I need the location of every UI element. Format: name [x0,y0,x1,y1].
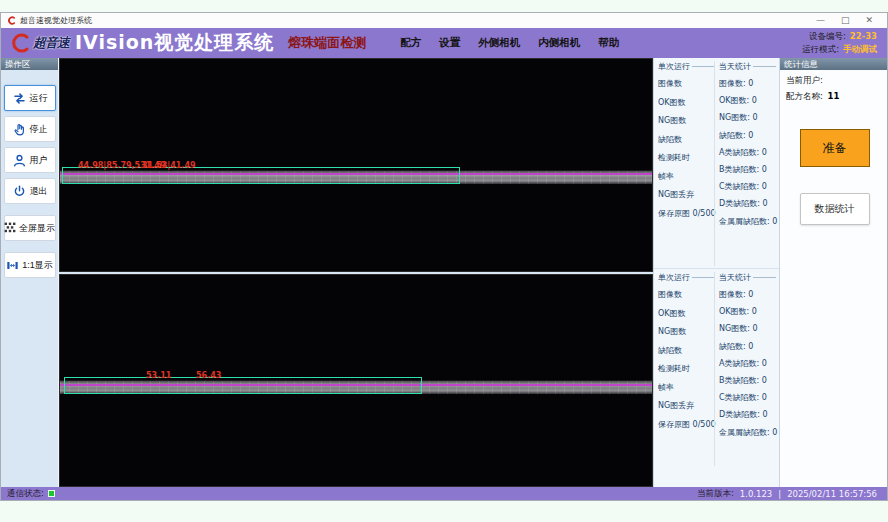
single-run-group: 单次运行 图像数 OK图数 NG图数 缺陷数 检测耗时 帧率 NG图丢弃 保存原… [658,272,714,466]
run-button-label: 运行 [30,92,48,105]
stat-row: 保存原图 0/500 [658,208,714,219]
run-cycle-icon [12,91,27,106]
titlebar: 超音速视觉处理系统 — □ ✕ [1,13,887,28]
run-mode-label: 运行模式: [802,43,839,56]
separator: | [778,489,781,499]
menu-settings[interactable]: 设置 [439,36,460,50]
device-number-label: 设备编号: [809,30,846,43]
stat-row: 保存原图 0/500 [658,419,714,430]
stop-button[interactable]: 停止 [4,116,56,142]
measurement-annotation: 53.11 [146,371,171,380]
stat-row: B类缺陷数: 0 [719,375,776,386]
stat-row: NG图数 [658,115,714,126]
inner-camera-stats: 单次运行 图像数 OK图数 NG图数 缺陷数 检测耗时 帧率 NG图丢弃 保存原… [654,268,779,466]
menu-inner-camera[interactable]: 内侧相机 [538,36,580,50]
header: 超音速 IVision视觉处理系统 熔珠端面检测 配方 设置 外侧相机 内侧相机… [1,28,887,58]
user-button-label: 用户 [30,154,48,167]
camera-views: 44.98|85.79,531.49 31.53|41.49 53.11 56.… [59,58,653,487]
stat-row: D类缺陷数: 0 [719,409,776,420]
task-subtitle: 熔珠端面检测 [288,34,366,52]
operation-sidebar: 操作区 运行 停止 用户 [1,58,59,487]
stat-row: 金属屑缺陷数: 0 [719,216,776,227]
stat-row: 金属屑缺陷数: 0 [719,427,776,438]
power-icon [12,184,27,199]
stat-row: 图像数: 0 [719,78,776,89]
brand-swoosh-icon [11,33,31,53]
fullscreen-button-label: 全屏显示 [19,222,55,235]
current-user-label: 当前用户: [786,75,823,85]
stat-row: 缺陷数 [658,345,714,356]
maximize-icon[interactable]: □ [841,16,850,25]
app-icon [7,16,16,25]
fullscreen-button[interactable]: 全屏显示 [4,215,56,241]
stat-row: OK图数 [658,97,714,108]
stop-button-label: 停止 [30,123,48,136]
datetime: 2025/02/11 16:57:56 [787,489,877,499]
one-to-one-button[interactable]: 1:1显示 [4,252,56,278]
stat-row: NG图数: 0 [719,323,776,334]
daily-stats-title: 当天统计 [719,272,751,283]
stat-row: NG图丢弃 [658,400,714,411]
stop-hand-icon [12,122,27,137]
single-run-title: 单次运行 [658,61,690,72]
outer-camera-view[interactable]: 44.98|85.79,531.49 31.53|41.49 [59,58,653,272]
run-button[interactable]: 运行 [4,85,56,111]
inner-camera-view[interactable]: 53.11 56.43 [59,274,653,488]
daily-stats-group: 当天统计 图像数: 0 OK图数: 0 NG图数: 0 缺陷数: 0 A类缺陷数… [714,61,776,266]
comm-status-green-indicator [48,490,55,497]
stat-row: 帧率 [658,382,714,393]
window-title: 超音速视觉处理系统 [20,15,92,26]
close-icon[interactable]: ✕ [865,16,873,25]
stat-row: 缺陷数 [658,134,714,145]
main-area: 操作区 运行 停止 用户 [1,58,887,487]
menu-recipe[interactable]: 配方 [400,36,421,50]
menu-outer-camera[interactable]: 外侧相机 [478,36,520,50]
stat-row: 图像数: 0 [719,289,776,300]
stat-row: NG图丢弃 [658,189,714,200]
user-icon [12,153,27,168]
comm-status-label: 通信状态: [7,488,44,500]
stat-row: OK图数: 0 [719,95,776,106]
exit-button-label: 退出 [30,185,48,198]
app-window: 超音速视觉处理系统 — □ ✕ 超音速 IVision视觉处理系统 熔珠端面检测… [0,12,888,501]
stat-row: 检测耗时 [658,363,714,374]
stat-row: 图像数 [658,78,714,89]
measurement-annotation: 56.43 [196,371,221,380]
daily-stats-group: 当天统计 图像数: 0 OK图数: 0 NG图数: 0 缺陷数: 0 A类缺陷数… [714,272,776,466]
user-button[interactable]: 用户 [4,147,56,173]
recipe-name-value: 11 [828,91,840,101]
exit-button[interactable]: 退出 [4,178,56,204]
version-value: 1.0.123 [740,489,772,499]
info-panel-title: 统计信息 [780,58,887,70]
single-run-group: 单次运行 图像数 OK图数 NG图数 缺陷数 检测耗时 帧率 NG图丢弃 保存原… [658,61,714,266]
stat-row: 缺陷数: 0 [719,130,776,141]
sidebar-title: 操作区 [1,58,58,70]
prepare-button[interactable]: 准备 [800,129,870,167]
version-label: 当前版本: [697,488,734,500]
stat-row: D类缺陷数: 0 [719,198,776,209]
single-run-title: 单次运行 [658,272,690,283]
stat-row: 缺陷数: 0 [719,341,776,352]
stat-row: 帧率 [658,171,714,182]
stat-row: C类缺陷数: 0 [719,392,776,403]
detection-roi-box [64,377,422,394]
stat-row: C类缺陷数: 0 [719,181,776,192]
menu-bar: 配方 设置 外侧相机 内侧相机 帮助 [400,36,619,50]
minimize-icon[interactable]: — [816,16,825,25]
menu-help[interactable]: 帮助 [598,36,619,50]
run-mode-value: 手动调试 [843,43,877,56]
stat-row: A类缺陷数: 0 [719,147,776,158]
device-info: 设备编号: 22-33 运行模式: 手动调试 [802,30,877,56]
measurement-annotation: 31.53|41.49 [142,161,196,170]
stat-row: NG图数 [658,326,714,337]
one-to-one-button-label: 1:1显示 [22,259,53,272]
brand-logo: 超音速 [11,33,69,53]
device-number-value: 22-33 [850,30,877,43]
stat-row: 检测耗时 [658,152,714,163]
data-statistics-button[interactable]: 数据统计 [800,193,870,225]
stat-row: NG图数: 0 [719,112,776,123]
brand-name: 超音速 [33,34,69,52]
recipe-name-label: 配方名称: [786,91,823,101]
stats-column: 单次运行 图像数 OK图数 NG图数 缺陷数 检测耗时 帧率 NG图丢弃 保存原… [653,58,779,487]
one-to-one-icon [6,259,19,272]
